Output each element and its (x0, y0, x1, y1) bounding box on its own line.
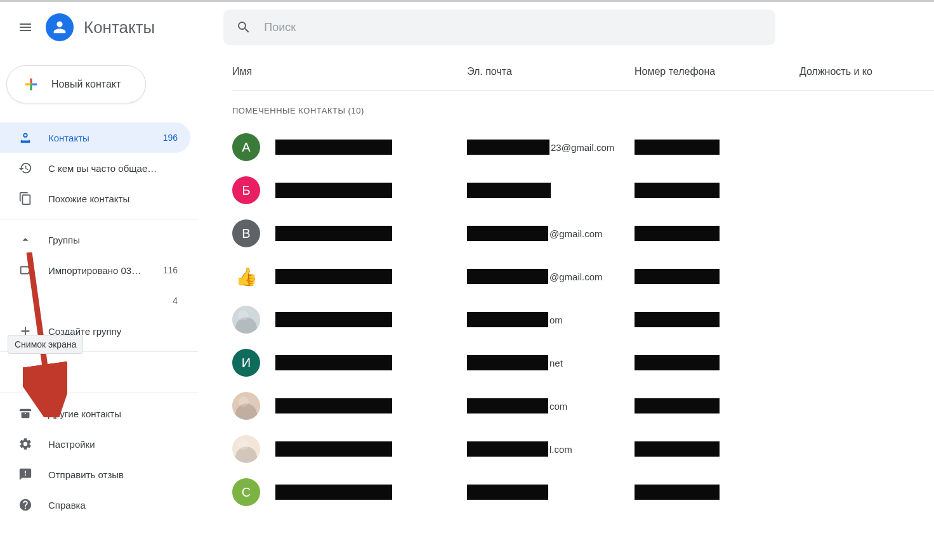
gear-icon (18, 437, 32, 451)
main-content: Имя Эл. почта Номер телефона Должность и… (198, 53, 934, 560)
cell-phone (635, 269, 799, 284)
table-row[interactable]: 👍 @gmail.com (232, 255, 934, 298)
sidebar-help-label: Справка (48, 500, 178, 511)
sidebar: Новый контакт Контакты 196 С кем вы част… (0, 53, 198, 560)
cell-name (275, 226, 467, 241)
cell-email (467, 183, 635, 198)
sidebar-group-1-count: 4 (173, 296, 178, 306)
section-title: ПОМЕЧЕННЫЕ КОНТАКТЫ (10) (232, 91, 934, 126)
table-row[interactable]: Б (232, 169, 934, 212)
sidebar-group-1[interactable]: 4 (0, 285, 190, 316)
person-outline-icon (18, 131, 32, 145)
search-bar[interactable] (223, 10, 775, 45)
avatar: В (232, 219, 260, 247)
sidebar-group-0[interactable]: Импортировано 03… 116 (0, 255, 190, 285)
search-icon (236, 20, 251, 35)
avatar (232, 435, 260, 463)
cell-email (467, 485, 635, 500)
cell-phone (635, 140, 799, 155)
table-body: А 23@gmail.com Б В @gmail.com 👍 @gmail.c… (232, 126, 934, 560)
avatar (232, 306, 260, 334)
table-row[interactable]: И net (232, 341, 934, 384)
plus-multicolor-icon (22, 75, 40, 93)
new-contact-button[interactable]: Новый контакт (6, 65, 146, 103)
table-header: Имя Эл. почта Номер телефона Должность и… (232, 53, 934, 91)
cell-phone (635, 441, 799, 457)
sidebar-other-label: Другие контакты (48, 408, 178, 419)
chevron-up-icon (18, 233, 32, 247)
sidebar-other-contacts[interactable]: Другие контакты (0, 398, 190, 429)
divider (0, 393, 198, 393)
sidebar-group-0-count: 116 (163, 265, 178, 275)
table-row[interactable]: om (232, 298, 934, 341)
cell-phone (635, 312, 799, 327)
cell-phone (635, 183, 799, 198)
cell-phone (635, 485, 799, 500)
cell-name (275, 269, 467, 284)
table-row[interactable]: com (232, 384, 934, 427)
sidebar-settings[interactable]: Настройки (0, 429, 190, 459)
sidebar-feedback-label: Отправить отзыв (48, 469, 178, 480)
sidebar-group-0-label: Импортировано 03… (48, 265, 148, 276)
sidebar-help[interactable]: Справка (0, 490, 190, 520)
cell-phone (635, 398, 799, 413)
app-title: Контакты (84, 18, 155, 37)
app-logo (46, 13, 74, 41)
search-input[interactable] (264, 21, 763, 34)
sidebar-settings-label: Настройки (48, 439, 178, 450)
archive-icon (18, 407, 32, 420)
cell-name (275, 140, 467, 155)
sidebar-more[interactable]: Ещё (0, 357, 190, 387)
col-job: Должность и ко (799, 66, 921, 77)
sidebar-more-label: Ещё (48, 367, 178, 378)
merge-icon (18, 192, 32, 205)
sidebar-groups-label: Группы (48, 235, 178, 245)
sidebar-item-contacts[interactable]: Контакты 196 (0, 122, 190, 153)
cell-phone (635, 355, 799, 370)
sidebar-contacts-count: 196 (163, 133, 178, 143)
cell-email: 23@gmail.com (467, 140, 635, 155)
sidebar-feedback[interactable]: Отправить отзыв (0, 459, 190, 490)
sidebar-merge-label: Похожие контакты (48, 193, 178, 204)
cell-name (275, 183, 467, 198)
cell-email: com (467, 398, 635, 413)
sidebar-groups-header[interactable]: Группы (0, 225, 190, 255)
col-phone: Номер телефона (635, 66, 799, 77)
feedback-icon (18, 467, 32, 481)
cell-name (275, 441, 467, 457)
sidebar-frequent-label: С кем вы часто общае… (48, 163, 178, 174)
cell-name (275, 355, 467, 370)
hamburger-icon (18, 20, 33, 35)
col-name: Имя (232, 66, 467, 77)
sidebar-item-frequent[interactable]: С кем вы часто общае… (0, 153, 190, 183)
cell-phone (635, 226, 799, 241)
avatar: Б (232, 176, 260, 204)
table-row[interactable]: l.com (232, 427, 934, 471)
table-row[interactable]: А 23@gmail.com (232, 126, 934, 169)
app-header: Контакты (0, 2, 934, 53)
label-icon (18, 263, 32, 277)
cell-name (275, 312, 467, 327)
cell-name (275, 398, 467, 413)
col-email: Эл. почта (467, 66, 635, 77)
cell-name (275, 485, 467, 500)
avatar (232, 392, 260, 420)
chevron-down-icon (18, 365, 32, 379)
cell-email: @gmail.com (467, 269, 635, 284)
person-icon (51, 18, 69, 36)
avatar: С (232, 478, 260, 506)
avatar: 👍 (232, 263, 260, 290)
cell-email: net (467, 355, 635, 370)
main-menu-button[interactable] (10, 12, 41, 42)
table-row[interactable]: С (232, 471, 934, 514)
new-contact-label: Новый контакт (51, 79, 121, 90)
avatar: А (232, 133, 260, 161)
screenshot-tooltip: Снимок экрана (8, 335, 83, 354)
table-row[interactable]: В @gmail.com (232, 212, 934, 255)
divider (0, 219, 198, 219)
sidebar-contacts-label: Контакты (48, 133, 148, 143)
cell-email: l.com (467, 441, 635, 457)
cell-email: om (467, 312, 635, 327)
sidebar-item-merge[interactable]: Похожие контакты (0, 183, 190, 214)
avatar: И (232, 349, 260, 377)
